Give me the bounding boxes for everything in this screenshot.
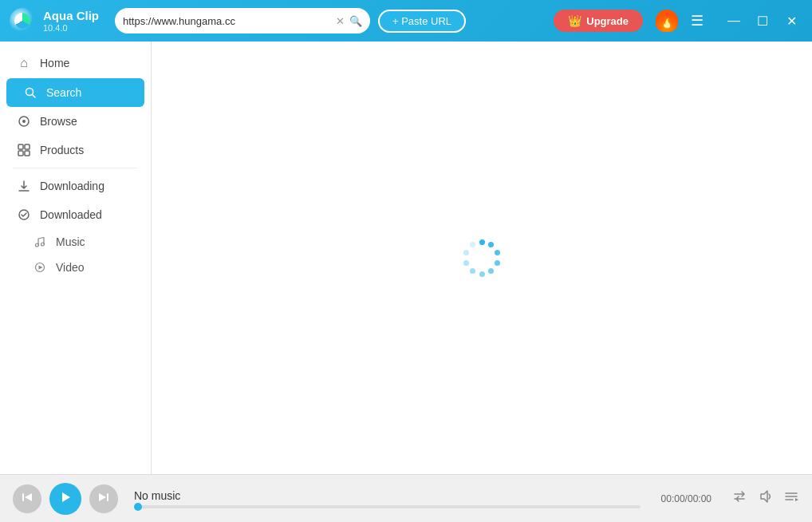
sidebar-sub-item-video[interactable]: Video [0,255,151,280]
sidebar-downloading-label: Downloading [40,180,104,192]
loading-spinner [462,238,502,278]
sidebar-divider [13,168,138,168]
sidebar-browse-label: Browse [40,115,77,128]
sidebar-sub-item-music[interactable]: Music [0,229,151,255]
main-area: ⌂ Home Search Browse [0,42,812,474]
repeat-icon[interactable] [732,488,748,508]
sidebar-item-downloaded[interactable]: Downloaded [0,200,151,229]
svg-marker-23 [795,498,798,501]
svg-rect-17 [107,493,108,501]
prev-button[interactable] [13,484,41,513]
search-icon [22,86,38,99]
player-time: 00:00/00:00 [661,493,711,504]
sidebar-item-search[interactable]: Search [6,78,144,107]
svg-rect-7 [25,151,30,156]
player-info: No music [134,489,641,508]
music-icon [32,236,48,247]
player-progress-dot [134,503,142,511]
spinner [462,238,502,278]
next-button[interactable] [89,484,118,513]
downloaded-icon [16,208,32,221]
sidebar-music-label: Music [56,235,85,248]
window-controls: — ☐ ✕ [723,10,802,32]
svg-marker-15 [25,493,32,501]
svg-marker-19 [761,491,767,502]
browse-icon [16,115,32,128]
play-icon [59,491,72,507]
player-title: No music [134,489,641,502]
paste-url-button[interactable]: + Paste URL [378,10,466,33]
url-bar[interactable]: https://www.hungama.cc ✕ 🔍 [115,8,370,34]
sidebar-item-products[interactable]: Products [0,136,151,164]
svg-rect-6 [18,151,23,156]
maximize-button[interactable]: ☐ [751,10,774,32]
url-clear-icon[interactable]: ✕ [336,15,345,27]
home-icon: ⌂ [16,56,32,70]
play-button[interactable] [49,483,81,515]
svg-rect-5 [25,144,30,149]
sidebar-products-label: Products [40,144,84,156]
svg-line-1 [33,95,36,98]
url-search-icon: 🔍 [349,15,362,27]
sidebar-item-home[interactable]: ⌂ Home [0,48,151,78]
content-area [152,42,812,474]
svg-rect-14 [22,493,24,501]
player-progress-bar[interactable] [134,505,641,508]
volume-icon[interactable] [758,488,774,508]
sidebar-search-label: Search [46,86,81,99]
player-controls-right [732,488,799,508]
app-title: Aqua Clip [43,9,99,23]
prev-icon [22,492,33,505]
svg-marker-16 [62,492,70,502]
app-title-block: Aqua Clip 10.4.0 [43,9,99,33]
svg-marker-18 [99,493,106,501]
minimize-button[interactable]: — [723,10,745,32]
sidebar-video-label: Video [56,261,85,274]
player-bar: No music 00:00/00:00 [0,474,812,522]
titlebar: Aqua Clip 10.4.0 https://www.hungama.cc … [0,0,812,42]
menu-button[interactable]: ☰ [686,10,708,32]
svg-rect-4 [18,144,23,149]
sidebar: ⌂ Home Search Browse [0,42,152,474]
flame-icon: 🔥 [656,10,678,32]
upgrade-label: Upgrade [586,15,629,27]
upgrade-button[interactable]: 👑 Upgrade [554,10,643,32]
products-icon [16,144,32,156]
svg-point-11 [41,243,45,246]
playlist-icon[interactable] [783,488,799,508]
url-text: https://www.hungama.cc [123,15,331,27]
sidebar-downloaded-label: Downloaded [40,208,102,221]
svg-point-10 [36,243,39,247]
video-icon [32,262,48,273]
svg-marker-13 [39,266,43,270]
next-icon [98,492,109,505]
crown-icon: 👑 [568,14,581,27]
sidebar-home-label: Home [40,57,69,69]
downloading-icon [16,180,32,192]
close-button[interactable]: ✕ [780,10,802,32]
sidebar-item-downloading[interactable]: Downloading [0,172,151,200]
app-logo [10,8,35,34]
app-version: 10.4.0 [43,23,99,33]
svg-point-3 [22,120,26,123]
sidebar-item-browse[interactable]: Browse [0,107,151,136]
